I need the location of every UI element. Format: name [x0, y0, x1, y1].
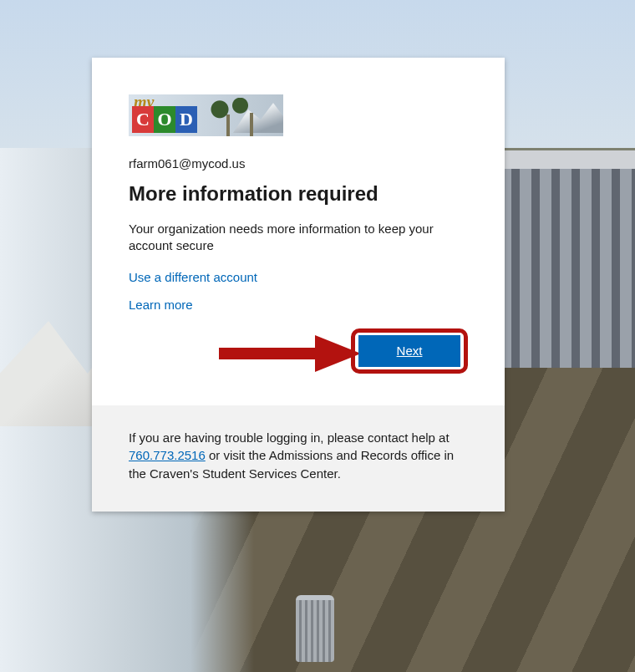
logo-letter-c: C	[132, 106, 154, 133]
account-email: rfarm061@mycod.us	[129, 156, 468, 171]
dialog-description: Your organization needs more information…	[129, 221, 468, 255]
logo-letter-d: D	[175, 106, 197, 133]
next-button[interactable]: Next	[358, 335, 460, 367]
dialog-title: More information required	[129, 182, 468, 206]
logo-letter-o: O	[154, 106, 175, 133]
dialog-actions: Next	[129, 328, 468, 387]
signin-dialog: my C O D rfarm061@mycod.us More informat…	[92, 58, 505, 512]
dialog-body: my C O D rfarm061@mycod.us More informat…	[92, 58, 505, 405]
use-different-account-link[interactable]: Use a different account	[129, 270, 257, 284]
footer-text-pre: If you are having trouble logging in, pl…	[129, 430, 450, 445]
help-phone-link[interactable]: 760.773.2516	[129, 448, 206, 462]
org-logo: my C O D	[129, 94, 283, 136]
trash-can-decor	[296, 595, 334, 662]
dialog-footer: If you are having trouble logging in, pl…	[92, 405, 505, 512]
learn-more-link[interactable]: Learn more	[129, 298, 193, 312]
callout-arrow-icon	[219, 335, 361, 372]
svg-rect-0	[219, 348, 319, 359]
callout-highlight: Next	[351, 328, 468, 374]
